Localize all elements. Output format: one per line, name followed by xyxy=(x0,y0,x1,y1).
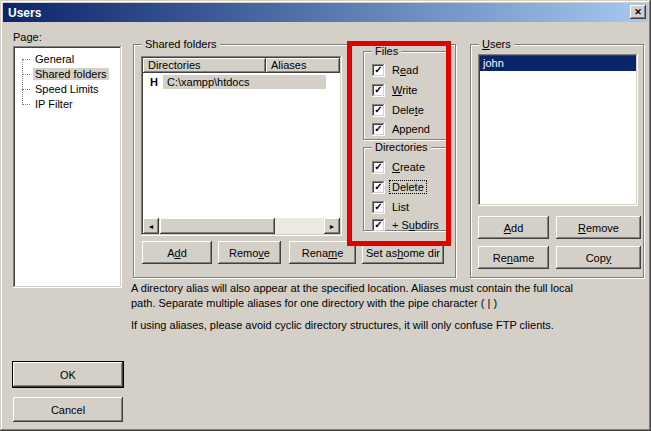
shared-remove-button[interactable]: Remove xyxy=(218,241,281,264)
horizontal-scrollbar[interactable]: ◄ ► xyxy=(143,218,340,234)
read-checkbox[interactable]: ✓ xyxy=(372,64,385,77)
scrollbar-thumb[interactable] xyxy=(160,218,275,234)
page-item-shared-folders[interactable]: Shared folders xyxy=(13,67,122,82)
home-flag: H xyxy=(147,76,161,88)
user-copy-button[interactable]: Copy xyxy=(556,246,641,269)
column-header-aliases[interactable]: Aliases xyxy=(266,58,340,73)
shared-rename-button[interactable]: Rename xyxy=(289,241,356,264)
append-checkbox[interactable]: ✓ xyxy=(372,123,385,136)
listview-header: Directories Aliases xyxy=(143,58,340,73)
user-list-item[interactable]: john xyxy=(480,56,636,71)
read-checkbox-row[interactable]: ✓ Read xyxy=(372,63,420,77)
dir-delete-label: Delete xyxy=(390,181,426,193)
scroll-right-icon[interactable]: ► xyxy=(324,218,340,234)
set-as-home-dir-button[interactable]: Set as home dir xyxy=(362,241,444,264)
subdirs-checkbox-row[interactable]: ✓ + Subdirs xyxy=(372,218,441,232)
list-label: List xyxy=(390,201,411,213)
window-title: Users xyxy=(8,6,41,20)
write-checkbox-row[interactable]: ✓ Write xyxy=(372,83,419,97)
subdirs-checkbox[interactable]: ✓ xyxy=(372,219,385,232)
files-permissions-group: Files ✓ Read ✓ Write ✓ Delete ✓ Append xyxy=(363,51,448,140)
dir-delete-checkbox-row[interactable]: ✓ Delete xyxy=(372,180,426,194)
file-delete-checkbox[interactable]: ✓ xyxy=(372,104,385,117)
ok-button[interactable]: OK xyxy=(13,362,123,387)
directories-group-label: Directories xyxy=(372,141,431,153)
scroll-left-icon[interactable]: ◄ xyxy=(143,218,159,234)
page-item-general[interactable]: General xyxy=(13,52,122,67)
user-rename-button[interactable]: Rename xyxy=(478,246,549,269)
info-line-2: path. Separate multiple aliases for one … xyxy=(131,296,645,311)
alias-info-text: A directory alias will also appear at th… xyxy=(131,281,645,333)
page-list[interactable]: General Shared folders Speed Limits IP F… xyxy=(13,46,122,288)
shared-add-button[interactable]: Add xyxy=(142,241,212,264)
file-delete-checkbox-row[interactable]: ✓ Delete xyxy=(372,103,426,117)
user-remove-button[interactable]: Remove xyxy=(556,216,641,239)
cancel-button[interactable]: Cancel xyxy=(13,397,123,422)
read-label: Read xyxy=(390,64,420,76)
close-button[interactable]: ✕ xyxy=(630,5,646,19)
write-checkbox[interactable]: ✓ xyxy=(372,84,385,97)
users-group-label: Users xyxy=(479,38,514,50)
user-add-button[interactable]: Add xyxy=(478,216,549,239)
users-dialog: Users ✕ Page: General Shared folders Spe… xyxy=(0,0,651,431)
users-group: Users john Add Remove Rename Copy xyxy=(470,44,644,278)
info-line-1: A directory alias will also appear at th… xyxy=(131,281,645,296)
create-label: Create xyxy=(390,161,427,173)
page-label: Page: xyxy=(13,31,42,43)
column-header-directories[interactable]: Directories xyxy=(143,58,266,73)
append-label: Append xyxy=(390,123,432,135)
dir-delete-checkbox[interactable]: ✓ xyxy=(372,181,385,194)
create-checkbox[interactable]: ✓ xyxy=(372,161,385,174)
append-checkbox-row[interactable]: ✓ Append xyxy=(372,122,432,136)
list-checkbox[interactable]: ✓ xyxy=(372,201,385,214)
list-checkbox-row[interactable]: ✓ List xyxy=(372,200,411,214)
info-line-3: If using aliases, please avoid cyclic di… xyxy=(131,318,645,333)
directories-listview[interactable]: Directories Aliases H C:\xampp\htdocs ◄ … xyxy=(141,56,342,236)
file-delete-label: Delete xyxy=(390,104,426,116)
write-label: Write xyxy=(390,84,419,96)
page-item-speed-limits[interactable]: Speed Limits xyxy=(13,82,122,97)
title-bar[interactable]: Users ✕ xyxy=(3,3,648,22)
directories-permissions-group: Directories ✓ Create ✓ Delete ✓ List ✓ +… xyxy=(363,147,448,231)
directory-row[interactable]: H C:\xampp\htdocs xyxy=(143,74,326,89)
page-item-ip-filter[interactable]: IP Filter xyxy=(13,97,122,112)
shared-folders-group: Shared folders Directories Aliases H C:\… xyxy=(133,44,456,278)
directory-path: C:\xampp\htdocs xyxy=(163,75,326,89)
subdirs-label: + Subdirs xyxy=(390,219,441,231)
create-checkbox-row[interactable]: ✓ Create xyxy=(372,160,427,174)
shared-folders-group-label: Shared folders xyxy=(142,38,220,50)
users-list[interactable]: john xyxy=(478,54,638,206)
files-group-label: Files xyxy=(372,45,401,57)
close-icon: ✕ xyxy=(634,8,642,17)
